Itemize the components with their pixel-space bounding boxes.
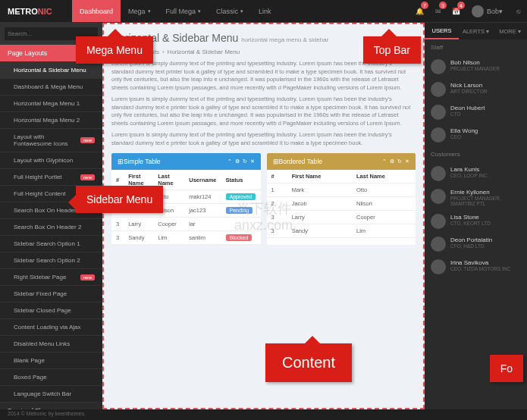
sidebar-item[interactable]: Language Switch Bar <box>0 386 102 403</box>
callout-topbar: Top Bar <box>363 36 421 64</box>
user-name: Deon Portalatin <box>450 237 521 243</box>
lorem-text: Lorem ipsum is simply dummy text of the … <box>111 131 416 147</box>
logo[interactable]: METRONIC <box>0 7 72 16</box>
section-header: Staff <box>425 39 527 55</box>
right-panel: USERSALERTS ▾MORE ▾ Staff Bob NilsonPROJ… <box>425 23 527 409</box>
sidebar-item[interactable]: Sidebar Search Option 2 <box>0 252 102 269</box>
table-header: Username <box>184 170 221 190</box>
user-name: Deon Hubert <box>450 105 521 111</box>
sidebar-item[interactable]: Full Height Portletnew <box>0 169 102 186</box>
user-name: Bob Nilson <box>450 59 521 66</box>
sidebar-item[interactable]: Layout with Glyphicon <box>0 152 102 169</box>
footer: 2014 © Metronic by keenthemes. <box>0 409 527 420</box>
sidebar-item[interactable]: Horizontal & Sidebar Menu <box>0 62 102 79</box>
avatar <box>431 189 446 204</box>
avatar <box>431 82 446 97</box>
topbar-right: 🔔7 ✉3 📅4 Bob ▾ ⎋ <box>411 0 527 22</box>
topnav-item[interactable]: Mega▾ <box>121 0 158 22</box>
reload-icon[interactable]: ↻ <box>397 158 402 165</box>
table-row: 2JacobNilson <box>267 197 416 211</box>
user-item[interactable]: Ella WongCEO <box>425 124 527 146</box>
sidebar-item[interactable]: Search Box On Header 2 <box>0 219 102 236</box>
user-name: Lisa Stone <box>450 214 521 221</box>
avatar <box>472 5 484 17</box>
user-item[interactable]: Lisa StoneCTO, KEORT LTD <box>425 210 527 233</box>
user-item[interactable]: Nick LarsonART DIRECTOR <box>425 78 527 101</box>
portlet-header: ⊞ Simple Table⌃⚙↻✕ <box>111 153 261 170</box>
right-tab[interactable]: USERS <box>425 23 459 39</box>
user-item[interactable]: Irina SavikovaCEO, TIZDA MOTORS INC <box>425 255 527 278</box>
avatar <box>431 237 446 252</box>
sidebar-item[interactable]: Layout with Fontawesome Iconsnew <box>0 129 102 152</box>
user-role: CEO, LOOP INC <box>450 173 521 178</box>
close-icon[interactable]: ✕ <box>250 158 255 165</box>
lorem-text: Lorem ipsum is simply dummy text of the … <box>111 96 416 127</box>
logout-icon[interactable]: ⎋ <box>509 0 527 22</box>
right-tabs: USERSALERTS ▾MORE ▾ <box>425 23 527 39</box>
config-icon[interactable]: ⚙ <box>235 158 240 165</box>
status-badge: Blocked <box>226 234 253 241</box>
sidebar-item[interactable]: Right Sidebar Pagenew <box>0 269 102 286</box>
breadcrumb-item: Horizontal & Sidebar Menu <box>168 49 240 55</box>
user-role: CTO <box>450 111 521 117</box>
bordered-table-portlet: ⊞ Bordered Table⌃⚙↻✕ #First NameLast Nam… <box>267 153 416 245</box>
user-role: CEO, TIZDA MOTORS INC <box>450 266 521 271</box>
sidebar-item[interactable]: Blank Page <box>0 353 102 369</box>
user-name: Lara Kunis <box>450 166 521 173</box>
table-row: 3SandyLimsanlimBlocked <box>111 231 261 245</box>
user-item[interactable]: Ernie KyllonenPROJECT MANAGER, SMARTBIZ … <box>425 185 527 210</box>
user-role: CFO, H&D LTD <box>450 243 521 249</box>
section-header: Customers <box>425 146 527 162</box>
collapse-icon[interactable]: ⌃ <box>382 158 387 165</box>
avatar <box>431 105 446 120</box>
user-role: PROJECT MANAGER <box>450 66 521 71</box>
content-area: Horizontal & Sidebar Menu horizontal meg… <box>102 23 425 409</box>
sidebar-item[interactable]: Sidebar Search Option 1 <box>0 236 102 252</box>
table-header: Status <box>221 170 261 190</box>
inbox-icon[interactable]: ✉3 <box>429 0 447 22</box>
sidebar-item[interactable]: Horizontal Mega Menu 2 <box>0 112 102 129</box>
table-header: First Name <box>287 170 352 183</box>
avatar <box>431 59 446 74</box>
topnav-item[interactable]: Full Mega▾ <box>158 0 209 22</box>
tasks-icon[interactable]: 📅4 <box>447 0 466 22</box>
topnav-item[interactable]: Dashboard <box>72 0 121 22</box>
table-row: 3LarryCooperlar <box>111 218 261 231</box>
topnav-item[interactable]: Link <box>251 0 279 22</box>
right-tab[interactable]: ALERTS ▾ <box>459 23 493 39</box>
notification-icon[interactable]: 🔔7 <box>411 0 429 22</box>
bordered-table: #First NameLast Name1MarkOtto2JacobNilso… <box>267 170 416 238</box>
status-badge: Approved <box>226 193 256 200</box>
reload-icon[interactable]: ↻ <box>243 158 247 165</box>
user-item[interactable]: Bob NilsonPROJECT MANAGER <box>425 55 527 78</box>
sidebar-item[interactable]: Boxed Page <box>0 369 102 386</box>
portlet-header: ⊞ Bordered Table⌃⚙↻✕ <box>267 153 416 170</box>
sidebar-item[interactable]: Disabled Menu Links <box>0 336 102 353</box>
user-item[interactable]: Deon HubertCTO <box>425 101 527 124</box>
table-row: 3SandyLim <box>267 224 416 238</box>
user-item[interactable]: Lara KunisCEO, LOOP INC <box>425 162 527 185</box>
user-item[interactable]: Deon PortalatinCFO, H&D LTD <box>425 233 527 255</box>
right-tab[interactable]: MORE ▾ <box>493 23 527 39</box>
sidebar-item[interactable]: Sidebar Fixed Page <box>0 286 102 302</box>
sidebar-item[interactable]: Frontend Themes› <box>0 403 102 409</box>
sidebar-item[interactable]: Content Loading via Ajax <box>0 319 102 336</box>
collapse-icon[interactable]: ⌃ <box>227 158 232 165</box>
sidebar-item[interactable]: Horizontal Mega Menu 1 <box>0 96 102 112</box>
callout-content: Content <box>265 343 352 382</box>
callout-mega: Mega Menu <box>76 36 153 64</box>
user-role: CEO <box>450 134 521 139</box>
config-icon[interactable]: ⚙ <box>390 158 394 165</box>
topbar: METRONIC DashboardMega▾Full Mega▾Classic… <box>0 0 527 23</box>
sidebar-item[interactable]: Dashboard & Mega Menu <box>0 79 102 96</box>
table-header: # <box>267 170 287 183</box>
callout-footer: Fo <box>490 355 523 382</box>
status-badge: Pending <box>226 207 253 214</box>
user-menu[interactable]: Bob ▾ <box>466 5 509 17</box>
user-name: Irina Savikova <box>450 259 521 266</box>
table-row: 1MarkOtto <box>267 183 416 197</box>
topnav-item[interactable]: Classic▾ <box>209 0 251 22</box>
table-header: Last Name <box>352 170 416 183</box>
sidebar-item[interactable]: Sidebar Closed Page <box>0 302 102 319</box>
close-icon[interactable]: ✕ <box>405 158 409 165</box>
